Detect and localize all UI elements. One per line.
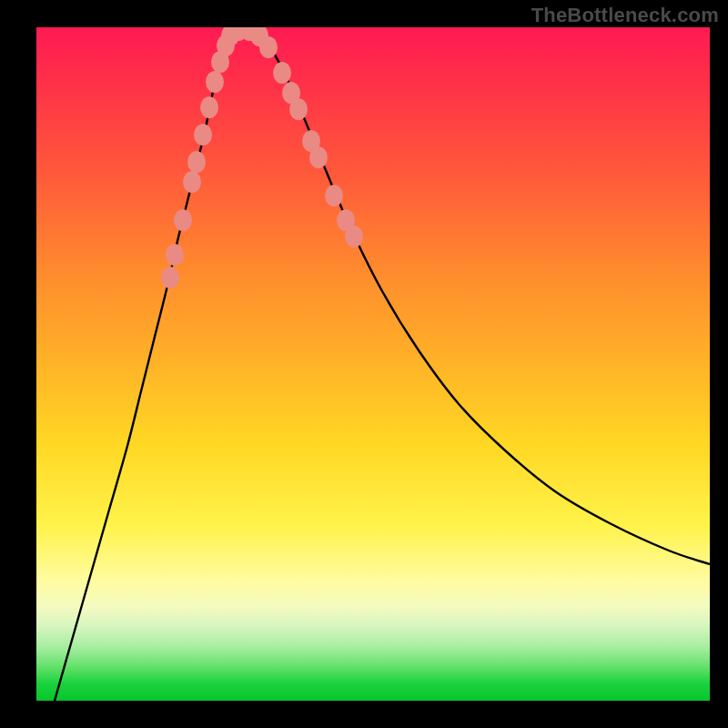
highlight-point [289, 98, 308, 120]
bottleneck-curve [55, 29, 710, 701]
curve-layer [36, 27, 710, 701]
highlight-point [206, 71, 224, 93]
highlight-point [259, 36, 278, 58]
highlight-points-group [161, 27, 363, 288]
highlight-point [174, 209, 192, 231]
watermark-text: TheBottleneck.com [531, 4, 719, 27]
highlight-point [187, 151, 206, 173]
chart-frame: TheBottleneck.com [0, 0, 728, 728]
highlight-point [325, 185, 343, 207]
highlight-point [161, 267, 179, 288]
highlight-point [200, 96, 218, 118]
highlight-point [166, 244, 184, 266]
highlight-point [309, 147, 328, 168]
highlight-point [345, 226, 363, 248]
chart-plot-area [36, 27, 710, 701]
highlight-point [183, 171, 201, 193]
highlight-point [273, 62, 291, 84]
highlight-point [194, 124, 212, 146]
